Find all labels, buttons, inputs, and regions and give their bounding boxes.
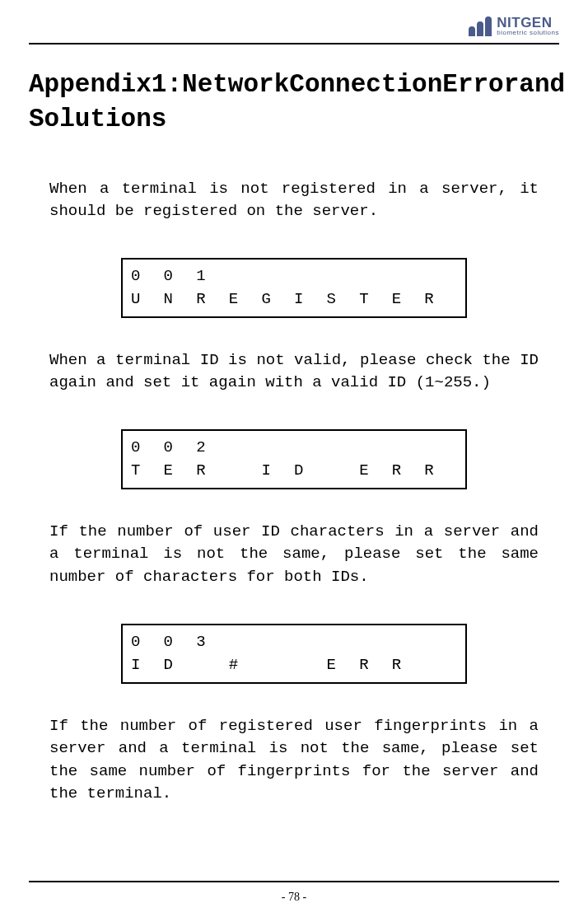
display-row: 002: [131, 436, 457, 460]
display-row: ID#ERR: [131, 653, 457, 677]
paragraph-4: If the number of registered user fingerp…: [49, 715, 539, 806]
logo-subtitle: biometric solutions: [497, 30, 559, 36]
display-row: 001: [131, 264, 457, 288]
page-title: Appendix 1: Network Connection Error and…: [29, 68, 559, 137]
paragraph-2: When a terminal ID is not valid, please …: [49, 349, 539, 395]
page-number: - 78 -: [0, 891, 588, 904]
display-row: 003: [131, 630, 457, 654]
logo: NITGEN biometric solutions: [469, 15, 559, 36]
display-box-2: 002 TERIDERR: [121, 429, 467, 489]
paragraph-1: When a terminal is not registered in a s…: [49, 178, 539, 223]
content: When a terminal is not registered in a s…: [29, 178, 559, 806]
logo-icon: [469, 15, 492, 36]
paragraph-3: If the number of user ID characters in a…: [49, 521, 539, 589]
display-row: UNREGISTER: [131, 288, 457, 311]
page-header: NITGEN biometric solutions: [29, 15, 559, 44]
display-box-1: 001 UNREGISTER: [121, 258, 467, 318]
display-box-3: 003 ID#ERR: [121, 624, 467, 684]
logo-name: NITGEN: [497, 16, 559, 30]
display-row: TERIDERR: [131, 459, 457, 483]
footer-divider: [29, 881, 559, 882]
